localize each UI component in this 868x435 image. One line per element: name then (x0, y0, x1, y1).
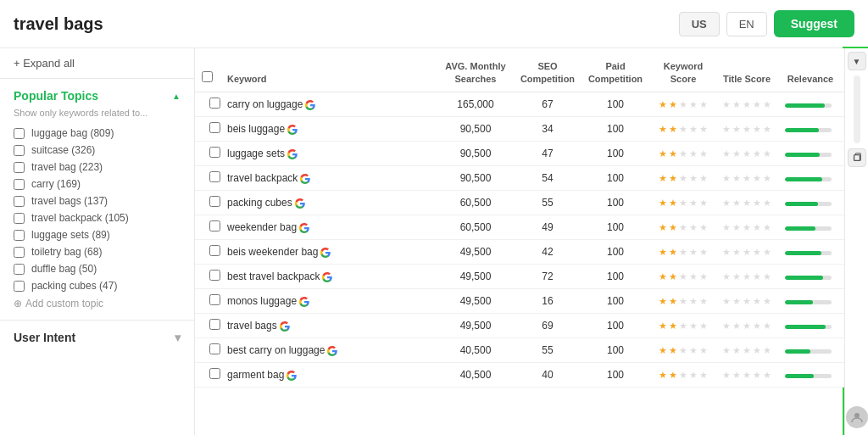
suggest-button[interactable]: Suggest (774, 10, 854, 37)
keyword-text[interactable]: packing cubes (227, 197, 292, 209)
header: travel bags US EN Suggest (0, 0, 868, 48)
row-checkbox-cell (202, 122, 227, 136)
star-icon: ★ (732, 173, 741, 184)
row-checkbox[interactable] (209, 98, 220, 109)
keyword-text[interactable]: beis weekender bag (227, 246, 318, 258)
paid-cell: 100 (581, 123, 649, 135)
star-icon: ★ (699, 198, 708, 209)
row-checkbox[interactable] (209, 147, 220, 158)
avg-cell: 60,500 (437, 197, 514, 209)
keyword-text[interactable]: carry on luggage (227, 98, 303, 110)
topic-checkbox[interactable] (14, 230, 25, 241)
row-checkbox[interactable] (209, 270, 220, 281)
scroll-down-button[interactable]: ▼ (848, 52, 866, 70)
keyword-text[interactable]: beis luggage (227, 123, 285, 135)
keyword-cell: best travel backpack (227, 270, 437, 282)
keyword-text[interactable]: best carry on luggage (227, 344, 325, 356)
topic-checkbox[interactable] (14, 128, 25, 139)
star-icon: ★ (763, 321, 771, 332)
star-icon: ★ (699, 99, 708, 110)
topic-label: packing cubes (47) (31, 280, 117, 292)
star-icon: ★ (659, 271, 667, 282)
star-icon: ★ (679, 247, 687, 258)
col-seo-header: SEO Competition (514, 60, 581, 85)
expand-all-label: + Expand all (14, 57, 75, 70)
row-checkbox[interactable] (209, 245, 220, 256)
relevance-bar (785, 349, 836, 354)
user-intent-section[interactable]: User Intent ▾ (0, 320, 194, 354)
star-icon: ★ (679, 99, 687, 110)
keyword-text[interactable]: luggage sets (227, 148, 285, 159)
select-all-checkbox[interactable] (202, 71, 213, 82)
topic-checkbox[interactable] (14, 196, 25, 207)
popular-topics-arrow-icon[interactable]: ▲ (172, 92, 181, 101)
star-icon: ★ (669, 124, 677, 135)
star-icon: ★ (689, 296, 698, 307)
topic-checkbox[interactable] (14, 281, 25, 292)
title-score-cell: ★★★★★ (717, 270, 776, 282)
row-checkbox[interactable] (209, 196, 220, 207)
paid-cell: 100 (581, 197, 649, 209)
star-icon: ★ (732, 370, 741, 381)
star-icon: ★ (743, 321, 751, 332)
avatar-button[interactable] (846, 406, 868, 428)
topic-checkbox[interactable] (14, 264, 25, 275)
lang-en-button[interactable]: EN (726, 12, 767, 36)
topic-checkbox[interactable] (14, 145, 25, 156)
keyword-text[interactable]: best travel backpack (227, 270, 320, 282)
keyword-text[interactable]: travel bags (227, 320, 277, 332)
avg-cell: 49,500 (437, 295, 514, 307)
title-score-cell: ★★★★★ (717, 172, 776, 184)
row-checkbox-cell (202, 343, 227, 357)
star-icon: ★ (722, 296, 731, 307)
star-icon: ★ (753, 148, 761, 159)
star-icon: ★ (699, 124, 708, 135)
row-checkbox[interactable] (209, 319, 220, 330)
star-icon: ★ (753, 296, 761, 307)
seo-cell: 42 (514, 246, 581, 258)
topic-checkbox[interactable] (14, 247, 25, 258)
topic-label: travel backpack (105) (31, 212, 129, 224)
topic-checkbox[interactable] (14, 179, 25, 190)
keyword-cell: best carry on luggage (227, 344, 437, 356)
topic-checkbox[interactable] (14, 162, 25, 173)
star-icon: ★ (732, 296, 741, 307)
star-icon: ★ (699, 321, 708, 332)
table-scroll[interactable]: carry on luggage 165,000 67 100 ★★★★★ ★★… (195, 92, 844, 435)
star-icon: ★ (732, 148, 741, 159)
star-icon: ★ (699, 222, 708, 233)
table-row: packing cubes 60,500 55 100 ★★★★★ ★★★★★ (195, 191, 844, 215)
keyword-text[interactable]: garment bag (227, 369, 284, 381)
keyword-text[interactable]: monos luggage (227, 295, 297, 307)
star-icon: ★ (743, 271, 751, 282)
keyword-text[interactable]: weekender bag (227, 221, 297, 233)
star-icon: ★ (753, 124, 761, 135)
copy-button[interactable] (848, 148, 866, 167)
row-checkbox-cell (202, 245, 227, 259)
topic-label: carry (169) (31, 178, 81, 190)
expand-all-bar[interactable]: + Expand all (0, 48, 194, 79)
kw-score-cell: ★★★★★ (649, 148, 717, 159)
row-checkbox[interactable] (209, 343, 220, 354)
star-icon: ★ (753, 370, 761, 381)
row-checkbox-cell (202, 147, 227, 160)
row-checkbox[interactable] (209, 294, 220, 305)
star-icon: ★ (722, 173, 731, 184)
row-checkbox[interactable] (209, 171, 220, 182)
relevance-cell (776, 369, 844, 381)
row-checkbox[interactable] (209, 122, 220, 133)
star-icon: ★ (679, 370, 687, 381)
keyword-text[interactable]: travel backpack (227, 172, 298, 184)
lang-us-button[interactable]: US (679, 12, 720, 36)
row-checkbox[interactable] (209, 368, 220, 379)
add-custom-topic[interactable]: ⊕ Add custom topic (14, 294, 181, 313)
row-checkbox-cell (202, 196, 227, 209)
star-icon: ★ (659, 124, 667, 135)
topic-checkbox[interactable] (14, 213, 25, 224)
star-icon: ★ (679, 222, 687, 233)
topic-item: suitcase (326) (14, 142, 181, 159)
row-checkbox[interactable] (209, 220, 220, 231)
keyword-cell: garment bag (227, 369, 437, 381)
star-icon: ★ (763, 247, 771, 258)
relevance-bar (785, 153, 836, 157)
